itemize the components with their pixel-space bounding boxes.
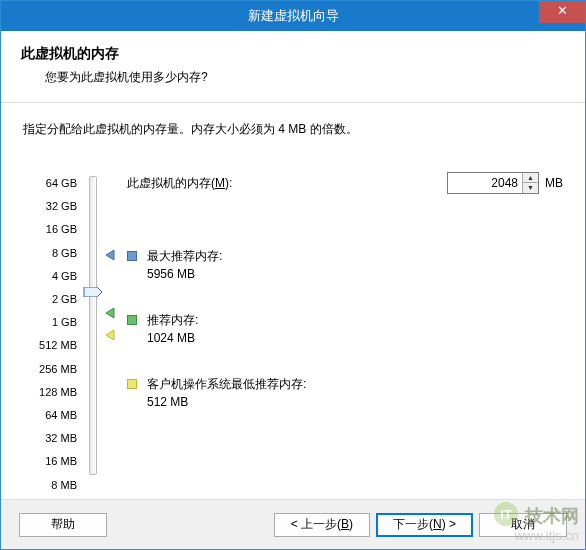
wizard-header: 此虚拟机的内存 您要为此虚拟机使用多少内存?	[1, 31, 585, 103]
memory-unit: MB	[545, 176, 563, 190]
scale-label: 1 GB	[23, 311, 77, 334]
square-green-icon	[127, 315, 137, 325]
back-button[interactable]: < 上一步(B)	[274, 513, 370, 537]
wizard-window: 新建虚拟机向导 ✕ 此虚拟机的内存 您要为此虚拟机使用多少内存? 指定分配给此虚…	[0, 0, 586, 550]
titlebar: 新建虚拟机向导 ✕	[1, 1, 585, 31]
min-recommend-label: 客户机操作系统最低推荐内存:	[147, 376, 306, 393]
memory-spinner[interactable]: ▲ ▼	[447, 172, 539, 194]
slider-track	[89, 176, 97, 475]
scale-label: 64 GB	[23, 172, 77, 195]
memory-slider[interactable]	[83, 172, 113, 520]
square-yellow-icon	[127, 379, 137, 389]
max-recommend-block: 最大推荐内存: 5956 MB	[127, 248, 222, 281]
max-marker-icon	[105, 250, 113, 260]
scale-label: 2 GB	[23, 288, 77, 311]
min-recommend-value: 512 MB	[147, 395, 306, 409]
slider-thumb[interactable]	[83, 287, 103, 297]
recommend-label: 推荐内存:	[147, 312, 198, 329]
square-blue-icon	[127, 251, 137, 261]
min-marker-icon	[105, 330, 113, 340]
recommend-value: 1024 MB	[147, 331, 198, 345]
scale-label: 16 GB	[23, 218, 77, 241]
scale-label: 32 MB	[23, 427, 77, 450]
wizard-body: 指定分配给此虚拟机的内存量。内存大小必须为 4 MB 的倍数。 64 GB 32…	[1, 103, 585, 520]
svg-marker-0	[84, 287, 102, 297]
spinner-down-icon[interactable]: ▼	[523, 183, 538, 193]
help-button[interactable]: 帮助	[19, 513, 107, 537]
window-title: 新建虚拟机向导	[1, 7, 585, 25]
scale-label: 8 MB	[23, 474, 77, 497]
page-title: 此虚拟机的内存	[21, 45, 565, 63]
scale-label: 8 GB	[23, 242, 77, 265]
page-subtitle: 您要为此虚拟机使用多少内存?	[21, 69, 565, 86]
instruction-text: 指定分配给此虚拟机的内存量。内存大小必须为 4 MB 的倍数。	[23, 121, 563, 138]
scale-labels: 64 GB 32 GB 16 GB 8 GB 4 GB 2 GB 1 GB 51…	[23, 172, 83, 520]
scale-label: 4 GB	[23, 265, 77, 288]
scale-label: 128 MB	[23, 381, 77, 404]
memory-label: 此虚拟机的内存(M):	[127, 175, 232, 192]
memory-input-row: 此虚拟机的内存(M): ▲ ▼ MB	[127, 172, 563, 194]
scale-label: 16 MB	[23, 450, 77, 473]
scale-label: 256 MB	[23, 358, 77, 381]
close-button[interactable]: ✕	[539, 1, 585, 23]
info-column: 此虚拟机的内存(M): ▲ ▼ MB	[113, 172, 563, 520]
scale-label: 32 GB	[23, 195, 77, 218]
rec-marker-icon	[105, 308, 113, 318]
wizard-footer: 帮助 < 上一步(B) 下一步(N) > 取消	[1, 499, 585, 549]
scale-label: 64 MB	[23, 404, 77, 427]
min-recommend-block: 客户机操作系统最低推荐内存: 512 MB	[127, 376, 306, 409]
next-button[interactable]: 下一步(N) >	[376, 513, 473, 537]
scale-label: 512 MB	[23, 334, 77, 357]
spinner-up-icon[interactable]: ▲	[523, 173, 538, 183]
max-recommend-value: 5956 MB	[147, 267, 222, 281]
max-recommend-label: 最大推荐内存:	[147, 248, 222, 265]
cancel-button[interactable]: 取消	[479, 513, 567, 537]
recommend-block: 推荐内存: 1024 MB	[127, 312, 198, 345]
memory-input[interactable]	[448, 173, 522, 193]
memory-area: 64 GB 32 GB 16 GB 8 GB 4 GB 2 GB 1 GB 51…	[23, 172, 563, 520]
